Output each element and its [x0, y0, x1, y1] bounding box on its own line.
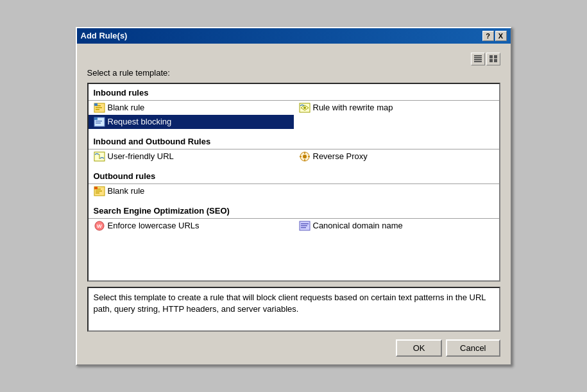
svg-rect-17: [96, 121, 102, 122]
rule-user-friendly-url[interactable]: User-friendly URL: [89, 149, 294, 164]
grid-view-button[interactable]: [486, 53, 500, 65]
user-friendly-url-icon: [94, 151, 105, 162]
svg-rect-6: [489, 59, 493, 62]
rule-enforce-lowercase[interactable]: W Enforce lowercase URLs: [89, 219, 294, 233]
spacer-4: [89, 233, 499, 237]
reverse-proxy-icon: [299, 151, 311, 162]
add-rules-dialog: Add Rule(s) ? X: [76, 27, 512, 366]
select-template-label: Select a rule template:: [87, 68, 500, 78]
inbound-outbound-rules-grid: User-friendly URL Reverse Proxy: [89, 149, 499, 164]
rewrite-map-label: Rule with rewrite map: [313, 103, 393, 112]
close-button[interactable]: X: [495, 31, 507, 41]
svg-rect-1: [474, 57, 482, 58]
svg-rect-37: [301, 227, 306, 228]
svg-rect-4: [489, 55, 493, 58]
ok-button[interactable]: OK: [396, 339, 442, 357]
rule-blank-outbound[interactable]: Blank rule: [89, 184, 294, 198]
cancel-button[interactable]: Cancel: [446, 339, 500, 357]
canonical-domain-label: Canonical domain name: [313, 221, 403, 230]
enforce-lowercase-label: Enforce lowercase URLs: [108, 221, 200, 230]
svg-rect-18: [96, 123, 101, 124]
request-blocking-icon: [94, 117, 105, 127]
dialog-title: Add Rule(s): [81, 31, 128, 40]
inbound-rules-grid: Blank rule Rule with rewrite map: [89, 101, 499, 129]
svg-rect-5: [494, 55, 497, 58]
svg-rect-11: [96, 109, 99, 110]
rule-request-blocking[interactable]: Request blocking: [89, 115, 294, 129]
request-blocking-label: Request blocking: [108, 117, 172, 126]
svg-point-22: [303, 155, 307, 158]
seo-rules-grid: W Enforce lowercase URLs Canon: [89, 219, 499, 233]
svg-rect-7: [494, 59, 497, 62]
svg-rect-2: [474, 59, 482, 60]
rule-blank-inbound[interactable]: Blank rule: [89, 101, 294, 115]
blank-rule-outbound-label: Blank rule: [108, 186, 145, 196]
user-friendly-url-label: User-friendly URL: [108, 151, 174, 161]
section-seo-header: Search Engine Optimization (SEO): [89, 202, 499, 219]
rewrite-map-icon: [299, 103, 311, 113]
svg-rect-3: [474, 61, 482, 62]
reverse-proxy-label: Reverse Proxy: [313, 151, 368, 161]
svg-point-14: [303, 107, 306, 109]
svg-rect-29: [96, 191, 102, 192]
svg-rect-10: [96, 107, 102, 108]
svg-rect-16: [94, 117, 98, 120]
svg-text:W: W: [97, 223, 102, 229]
enforce-lowercase-icon: W: [94, 221, 105, 231]
svg-rect-0: [474, 55, 482, 56]
canonical-domain-icon: [299, 221, 311, 231]
svg-rect-12: [94, 103, 98, 106]
blank-rule-inbound-label: Blank rule: [108, 103, 145, 112]
svg-rect-36: [301, 225, 307, 226]
rule-rewrite-map[interactable]: Rule with rewrite map: [294, 101, 499, 115]
title-bar-controls: ? X: [482, 31, 507, 41]
section-inbound-outbound-header: Inbound and Outbound Rules: [89, 133, 499, 149]
description-text: Select this template to create a rule th…: [94, 293, 486, 314]
rule-reverse-proxy[interactable]: Reverse Proxy: [294, 149, 499, 164]
svg-rect-31: [94, 187, 98, 189]
button-row: OK Cancel: [87, 339, 500, 357]
title-bar: Add Rule(s) ? X: [77, 28, 511, 44]
blank-rule-outbound-icon: [94, 186, 105, 196]
dialog-body: Select a rule template: Inbound rules: [77, 44, 511, 364]
section-inbound-header: Inbound rules: [89, 84, 499, 101]
rule-template-list[interactable]: Inbound rules Blank rule: [87, 83, 500, 282]
rule-canonical-domain[interactable]: Canonical domain name: [294, 219, 499, 233]
blank-rule-inbound-icon: [94, 103, 105, 113]
section-outbound-header: Outbound rules: [89, 167, 499, 184]
outbound-rules-grid: Blank rule: [89, 184, 499, 198]
svg-rect-30: [96, 192, 99, 194]
description-box: Select this template to create a rule th…: [87, 287, 500, 332]
list-view-button[interactable]: [471, 53, 485, 65]
help-button[interactable]: ?: [482, 31, 494, 41]
view-toolbar: [87, 53, 500, 65]
svg-rect-35: [301, 223, 309, 225]
